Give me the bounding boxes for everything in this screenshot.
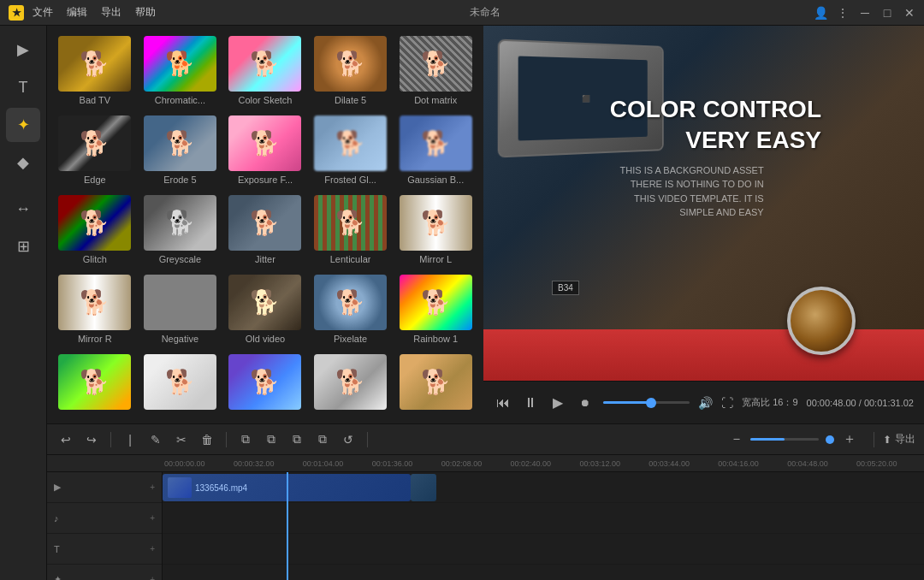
- clip-thumbnail: [168, 477, 192, 498]
- split-button[interactable]: |: [120, 429, 140, 450]
- logo-icon: ★: [12, 7, 21, 19]
- ruler-mark-6: 00:03:12.00: [578, 459, 647, 468]
- clip-segment[interactable]: [411, 474, 436, 501]
- effect-row5e[interactable]: 🐕: [394, 351, 477, 417]
- effect-thumb-mirror-l: 🐕: [400, 195, 472, 251]
- record-button[interactable]: ⏺: [576, 394, 595, 412]
- effect-exposure[interactable]: 🐕 Exposure F...: [224, 112, 306, 188]
- effect-thumb-chromatic: 🐕: [144, 36, 216, 92]
- preview-sub-text: THIS IS A BACKGROUND ASSET THERE IS NOTH…: [610, 163, 764, 220]
- effect-chromatic[interactable]: 🐕 Chromatic...: [139, 33, 222, 109]
- video-track-row: 1336546.mp4: [163, 472, 924, 503]
- titlebar: ★ 文件 编辑 导出 帮助 未命名 👤 ⋮ ─ □ ✕: [0, 0, 924, 26]
- paste-button[interactable]: ⧉: [261, 429, 281, 450]
- zoom-fill: [750, 438, 785, 441]
- effect-dilate[interactable]: 🐕 Dilate 5: [310, 33, 392, 109]
- audio-track-add[interactable]: +: [150, 513, 155, 523]
- sidebar-item-sticker[interactable]: ◆: [6, 145, 40, 180]
- zoom-slider[interactable]: [750, 438, 819, 441]
- toolbar-sep-4: [874, 432, 874, 447]
- progress-bar[interactable]: [603, 401, 690, 404]
- effect-pixelate[interactable]: 🐕 Pixelate: [310, 271, 392, 347]
- close-button[interactable]: ✕: [903, 7, 915, 19]
- ruler-marks: 00:00:00.00 00:00:32.00 00:01:04.00 00:0…: [163, 459, 924, 468]
- ruler-mark-10: 00:05:20.00: [855, 459, 924, 468]
- export-button[interactable]: ⬆ 导出: [883, 432, 915, 447]
- effect-gaussian[interactable]: 🐕 Gaussian B...: [394, 112, 477, 188]
- effect-dot-matrix[interactable]: 🐕 Dot matrix: [394, 33, 477, 109]
- undo-button[interactable]: ↩: [56, 429, 76, 450]
- play-pause-button[interactable]: ⏸: [521, 394, 540, 412]
- sidebar-item-transition[interactable]: ↔: [6, 192, 40, 226]
- effect-row5c[interactable]: 🐕: [224, 351, 306, 417]
- effects-track-add[interactable]: +: [150, 575, 155, 580]
- minimize-button[interactable]: ─: [859, 7, 871, 19]
- pen-button[interactable]: ✎: [145, 429, 166, 450]
- more-icon[interactable]: ⋮: [837, 7, 849, 19]
- effect-rainbow[interactable]: 🐕 Rainbow 1: [394, 271, 477, 347]
- effect-color-sketch[interactable]: 🐕 Color Sketch: [224, 33, 306, 109]
- sidebar-item-media[interactable]: ▶: [6, 33, 40, 67]
- effect-thumb-edge: 🐕: [58, 115, 131, 171]
- effect-mirror-r[interactable]: 🐕 Mirror R: [54, 271, 136, 347]
- copy-button[interactable]: ⧉: [235, 429, 256, 450]
- effect-row5a[interactable]: 🐕: [54, 351, 136, 417]
- ruler-mark-4: 00:02:08.00: [440, 459, 509, 468]
- skip-back-button[interactable]: ⏮: [494, 394, 512, 412]
- user-icon[interactable]: 👤: [814, 7, 826, 19]
- effect-glitch[interactable]: 🐕 Glitch: [54, 192, 136, 268]
- effect-edge[interactable]: 🐕 Edge: [54, 112, 136, 188]
- timeline-area: 00:00:00.00 00:00:32.00 00:01:04.00 00:0…: [47, 455, 924, 580]
- fullscreen-icon[interactable]: ⛶: [721, 396, 733, 410]
- zoom-in-button[interactable]: ＋: [841, 431, 858, 448]
- sidebar-item-text[interactable]: T: [6, 70, 40, 104]
- maximize-button[interactable]: □: [881, 7, 893, 19]
- effect-mirror-l[interactable]: 🐕 Mirror L: [394, 192, 477, 268]
- zoom-controls: － ＋: [721, 431, 865, 448]
- effect-thumb-row5d: 🐕: [314, 354, 387, 410]
- sidebar-item-effects[interactable]: ✦: [6, 108, 40, 142]
- effect-greyscale[interactable]: 🐕 Greyscale: [139, 192, 222, 268]
- content-area: 🐕 Bad TV 🐕 Chromatic... 🐕: [47, 26, 924, 580]
- effect-label-chromatic: Chromatic...: [155, 95, 205, 105]
- video-track-add[interactable]: +: [150, 482, 155, 492]
- effect-frosted[interactable]: 🐕 Frosted Gl...: [310, 112, 392, 188]
- effect-old-video[interactable]: 🐕 Old video: [224, 271, 306, 347]
- effects-track-row: [163, 565, 924, 580]
- effect-bad-tv[interactable]: 🐕 Bad TV: [54, 33, 136, 109]
- toolbar-sep-2: [226, 432, 227, 447]
- audio-track-row: [163, 503, 924, 534]
- effect-erode[interactable]: 🐕 Erode 5: [139, 112, 222, 188]
- effect-thumb-glitch: 🐕: [58, 195, 131, 251]
- ruler-mark-0: 00:00:00.00: [163, 459, 232, 468]
- mirror-button[interactable]: ⧉: [287, 429, 307, 450]
- menu-file[interactable]: 文件: [33, 5, 53, 20]
- text-track-add[interactable]: +: [150, 544, 155, 553]
- delete-button[interactable]: 🗑: [197, 429, 217, 450]
- ruler-mark-9: 00:04:48.00: [785, 459, 855, 468]
- effect-label-erode: Erode 5: [163, 175, 197, 185]
- redo-button[interactable]: ↪: [81, 429, 102, 450]
- rotate-button[interactable]: ⧉: [312, 429, 333, 450]
- effect-label-rainbow: Rainbow 1: [413, 334, 458, 344]
- effect-negative[interactable]: 🐕 Negative: [139, 271, 222, 347]
- menu-edit[interactable]: 编辑: [67, 5, 87, 20]
- effect-row5b[interactable]: 🐕: [139, 351, 222, 417]
- effect-row5d[interactable]: 🐕: [310, 351, 392, 417]
- effect-label-edge: Edge: [84, 175, 106, 185]
- effect-lenticular[interactable]: 🐕 Lenticular: [310, 192, 392, 268]
- menu-help[interactable]: 帮助: [135, 5, 156, 20]
- ruler-mark-1: 00:00:32.00: [232, 459, 301, 468]
- skip-forward-button[interactable]: ▶: [548, 394, 567, 412]
- zoom-out-button[interactable]: －: [728, 431, 745, 448]
- ruler-mark-8: 00:04:16.00: [716, 459, 785, 468]
- sidebar-item-filter[interactable]: ⊞: [6, 229, 40, 263]
- volume-icon[interactable]: 🔊: [698, 396, 713, 410]
- preview-panel: ⬛ COLOR CONTROL VERY EASY THIS IS A BACK…: [483, 26, 924, 423]
- menu-export[interactable]: 导出: [101, 5, 121, 20]
- effect-label-negative: Negative: [162, 334, 198, 344]
- refresh-button[interactable]: ↺: [338, 429, 358, 450]
- effect-jitter[interactable]: 🐕 Jitter: [224, 192, 306, 268]
- cut-button[interactable]: ✂: [171, 429, 192, 450]
- clip-label: 1336546.mp4: [195, 483, 247, 493]
